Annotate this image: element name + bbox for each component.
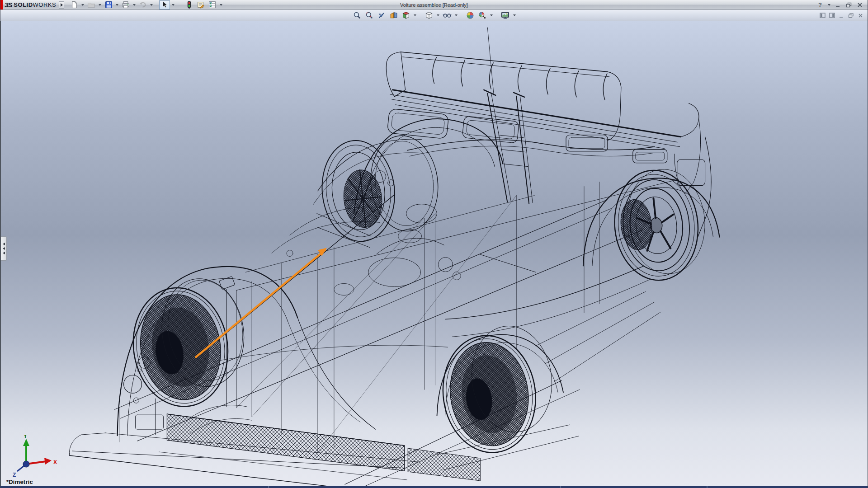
restore-document-button[interactable] (847, 12, 854, 19)
standard-toolbar (69, 0, 223, 9)
undo-dropdown-caret[interactable] (149, 1, 154, 9)
hand-note-icon (197, 1, 205, 9)
pane-right-icon (829, 13, 835, 18)
taskbar-edge (0, 486, 868, 488)
restore-icon (846, 2, 852, 8)
z-axis-label: Z (13, 472, 16, 478)
camera-scene-caret[interactable] (512, 11, 517, 19)
zoom-to-fit-button[interactable] (352, 11, 363, 20)
apply-scene-button[interactable] (465, 11, 476, 20)
x-axis-label: X (53, 459, 57, 465)
zoom-to-fit-icon (353, 11, 361, 19)
view-orientation-icon (402, 11, 410, 19)
menu-flyout-button[interactable] (59, 1, 64, 9)
restore-document-icon (848, 13, 854, 18)
document-window-controls (819, 12, 868, 19)
print-dropdown-caret[interactable] (132, 1, 137, 9)
restore-button[interactable] (845, 1, 853, 9)
minimize-button[interactable] (834, 1, 842, 9)
options-button[interactable] (207, 0, 218, 9)
collapse-arrow-icon (3, 243, 5, 245)
brand-name-light: WORKS (33, 1, 57, 8)
select-arrow-icon (161, 1, 168, 9)
view-toolbar-group (0, 11, 868, 20)
taskbar-divider (560, 486, 561, 488)
open-folder-icon (87, 1, 95, 9)
traffic-light-icon (186, 1, 192, 9)
y-axis-arrow (23, 439, 29, 446)
options-dropdown-caret[interactable] (219, 1, 223, 9)
print-button[interactable] (120, 0, 131, 9)
taskbar-divider (707, 486, 708, 488)
help-button[interactable]: ? (816, 1, 824, 9)
close-document-icon (858, 13, 863, 18)
hide-show-items-button[interactable] (442, 11, 453, 20)
minimize-document-button[interactable] (838, 12, 845, 19)
monitor-scene-icon (501, 11, 510, 19)
view-orientation-label: *Dimetric (6, 479, 33, 485)
solidworks-window: ЗS SOLIDWORKS (0, 0, 868, 488)
undo-button[interactable] (137, 0, 148, 9)
triad-origin (23, 461, 29, 467)
new-document-icon (71, 1, 78, 9)
x-axis-arrow (44, 458, 52, 465)
window-controls: ? (816, 1, 868, 9)
display-style-button[interactable] (424, 11, 434, 20)
edit-appearance-icon (478, 11, 486, 19)
new-document-button[interactable] (69, 0, 80, 9)
view-toolbar (0, 10, 868, 21)
close-document-button[interactable] (857, 12, 864, 19)
checklist-icon (208, 1, 217, 9)
select-tool-button[interactable] (159, 0, 170, 9)
collapse-right-pane-button[interactable] (828, 12, 835, 19)
minimize-icon (835, 2, 841, 8)
zoom-to-area-icon (365, 11, 373, 19)
eyeglasses-icon (443, 11, 452, 19)
brand-name: SOLIDWORKS (14, 1, 56, 8)
rebuild-button[interactable] (184, 0, 194, 9)
pane-left-icon (820, 13, 826, 18)
taskbar-divider (268, 486, 269, 488)
open-dropdown-caret[interactable] (98, 1, 102, 9)
apply-scene-icon (466, 11, 474, 19)
edit-appearance-button[interactable] (477, 11, 488, 20)
hide-show-caret[interactable] (454, 11, 458, 19)
open-button[interactable] (86, 0, 97, 9)
close-button[interactable] (856, 1, 864, 9)
section-view-button[interactable] (388, 11, 399, 20)
collapse-arrow-icon (3, 252, 5, 254)
print-icon (122, 1, 130, 9)
display-style-caret[interactable] (436, 11, 440, 19)
reference-triad: Y X Z (5, 435, 60, 479)
collapse-panel-tab[interactable] (1, 236, 7, 261)
view-orientation-button[interactable] (401, 11, 411, 20)
properties-button[interactable] (195, 0, 206, 9)
help-dropdown-caret[interactable] (827, 1, 831, 9)
solidworks-logo: ЗS SOLIDWORKS (3, 1, 59, 9)
section-view-icon (390, 11, 398, 19)
graphics-area[interactable]: Y X Z *Dimetric (0, 21, 868, 486)
new-dropdown-caret[interactable] (80, 1, 85, 9)
title-bar: ЗS SOLIDWORKS (0, 0, 868, 10)
minimize-document-icon (839, 13, 844, 18)
previous-view-icon (377, 11, 386, 19)
save-icon (105, 1, 113, 9)
undo-icon (139, 1, 147, 9)
ds-logo-icon: ЗS (5, 1, 12, 9)
camera-scene-button[interactable] (500, 11, 511, 20)
display-style-icon (425, 11, 433, 19)
edit-appearance-caret[interactable] (489, 11, 494, 19)
collapse-left-pane-button[interactable] (819, 12, 826, 19)
wireframe-car-model (1, 21, 868, 486)
zoom-to-area-button[interactable] (364, 11, 375, 20)
collapse-arrow-icon (3, 247, 5, 250)
previous-view-button[interactable] (376, 11, 387, 20)
y-axis-label: Y (24, 435, 27, 439)
view-orientation-caret[interactable] (413, 11, 417, 19)
save-button[interactable] (103, 0, 114, 9)
brand-name-bold: SOLID (14, 1, 33, 8)
select-dropdown-caret[interactable] (171, 1, 175, 9)
save-dropdown-caret[interactable] (115, 1, 119, 9)
close-icon (857, 2, 863, 8)
selected-edge[interactable] (196, 250, 325, 357)
